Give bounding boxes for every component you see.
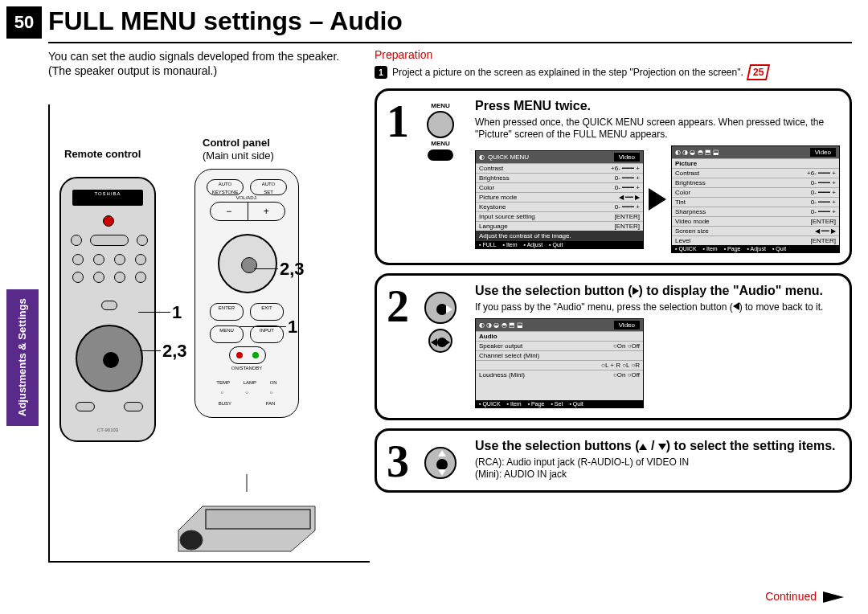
instructions-column: Preparation 1 Project a picture on the s… bbox=[375, 48, 852, 493]
intro-text: You can set the audio signals developed … bbox=[48, 50, 354, 78]
callout-2-3-panel: 2,3 bbox=[280, 259, 305, 280]
arrow-right-icon bbox=[649, 188, 666, 211]
osd-rows: Contrast+6- ━━━ +Brightness0- ━━━ +Color… bbox=[476, 163, 643, 231]
preparation-step: 1 Project a picture on the screen as exp… bbox=[375, 64, 852, 80]
step-3-number: 3 bbox=[387, 439, 409, 484]
quick-menu-osd: ◐QUICK MENUVideo Contrast+6- ━━━ +Bright… bbox=[475, 150, 644, 249]
full-menu-picture-osd: ◐ ◑ ◒ ◓ ⬒ ⬓Video Picture Contrast+6- ━━━… bbox=[671, 145, 840, 253]
controls-illustration: Remote control Control panel (Main unit … bbox=[48, 104, 370, 563]
svg-rect-2 bbox=[206, 510, 310, 529]
control-panel-sublabel: (Main unit side) bbox=[203, 149, 274, 162]
full-menu-audio-osd: ◐ ◑ ◒ ◓ ⬒ ⬓Video Audio Speaker output○On… bbox=[475, 318, 644, 408]
step-3-button-icon bbox=[420, 445, 461, 481]
step-2-button-icon bbox=[420, 290, 461, 354]
prep-text: Project a picture on the screen as expla… bbox=[392, 67, 743, 78]
step-2-number: 2 bbox=[387, 284, 409, 329]
step-1-button-icon: MENU MENU bbox=[420, 102, 461, 163]
projector-diagram bbox=[170, 474, 323, 555]
step-3-body-1: (RCA): Audio input jack (R-AUDIO-L) of V… bbox=[475, 456, 840, 469]
control-panel-diagram: AUTOKEYSTONE AUTOSET −+ VOL/ADJ. ENTEREX… bbox=[194, 169, 299, 418]
step-1-heading: Press MENU twice. bbox=[475, 99, 840, 113]
remote-dpad bbox=[76, 325, 143, 392]
step-2-heading: Use the selection button () to display t… bbox=[475, 284, 840, 298]
remote-control-label: Remote control bbox=[64, 148, 141, 160]
callout-1-remote: 1 bbox=[172, 302, 182, 323]
step-3-body-2: (Mini): AUDIO IN jack bbox=[475, 469, 840, 481]
section-side-tab: Adjustments & Settings bbox=[6, 289, 39, 426]
continued-arrow-icon bbox=[823, 591, 844, 603]
svg-point-1 bbox=[180, 530, 203, 550]
page-reference: 25 bbox=[747, 64, 771, 80]
remote-model: CT-90103 bbox=[61, 428, 154, 432]
remote-brand: TOSHIBA bbox=[61, 191, 154, 196]
step-3-heading: Use the selection buttons ( / ) to selec… bbox=[475, 439, 840, 453]
page-title: FULL MENU settings – Audio bbox=[48, 6, 403, 36]
step-1-number: 1 bbox=[387, 99, 409, 144]
continued-indicator: Continued bbox=[765, 590, 844, 603]
title-rule bbox=[48, 42, 852, 43]
preparation-heading: Preparation bbox=[375, 48, 852, 61]
step-2-body: If you pass by the "Audio" menu, press t… bbox=[475, 301, 840, 313]
page-number-badge: 50 bbox=[6, 6, 42, 39]
control-panel-label: Control panel bbox=[203, 137, 270, 149]
step-1-body: When pressed once, the QUICK MENU screen… bbox=[475, 117, 840, 141]
remote-control-diagram: TOSHIBA CT-90103 bbox=[59, 177, 156, 442]
callout-1-panel: 1 bbox=[288, 317, 297, 338]
step-2-box: 2 Use the selection button () to display… bbox=[375, 273, 852, 420]
step-1-box: 1 MENU MENU Press MENU twice. When press… bbox=[375, 88, 852, 265]
step-3-box: 3 Use the selection buttons ( / ) to sel… bbox=[375, 428, 852, 493]
prep-number-badge: 1 bbox=[375, 66, 387, 79]
callout-2-3-remote: 2,3 bbox=[162, 341, 187, 362]
